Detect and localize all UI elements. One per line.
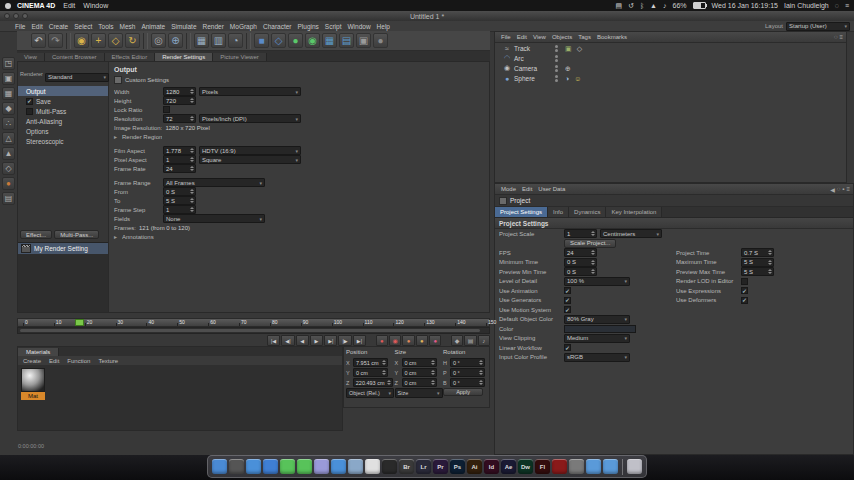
visibility-dots[interactable] xyxy=(555,65,558,72)
material-menu-create[interactable]: Create xyxy=(20,358,44,364)
keyboard-layout-icon[interactable]: ▤ xyxy=(615,2,622,9)
ghosting-icon[interactable]: ▤ xyxy=(464,335,476,346)
width-stepper[interactable] xyxy=(190,89,194,94)
size-y-field[interactable]: 0 cm xyxy=(402,368,437,377)
expand-arrow-icon[interactable]: ▸ xyxy=(114,133,119,140)
mac-menu-window[interactable]: Window xyxy=(83,2,108,9)
timeline-scroll-handle[interactable] xyxy=(20,329,480,332)
position-y-field[interactable]: 0 cm xyxy=(353,368,388,377)
size-mode-dropdown-dropdown[interactable]: Size▾ xyxy=(395,388,443,398)
fps-stepper[interactable] xyxy=(591,250,595,255)
height-field[interactable]: 720 xyxy=(163,96,196,105)
width-dropdown[interactable]: Pixels▾ xyxy=(199,87,301,96)
edges-mode-icon[interactable]: △ xyxy=(2,132,15,145)
workplane-mode-icon[interactable]: ◆ xyxy=(2,102,15,115)
prev-key-button[interactable]: ◀| xyxy=(281,335,294,346)
app-menu-character[interactable]: Character xyxy=(260,23,295,30)
facetime-icon[interactable] xyxy=(297,459,312,474)
render-picture-viewer-icon[interactable]: ▥ xyxy=(211,33,226,48)
target-tag-icon[interactable]: ⊕ xyxy=(565,65,571,72)
object-row-camera[interactable]: ◉Camera⊕ xyxy=(495,63,846,73)
flash-icon[interactable]: Fl xyxy=(535,459,550,474)
pixel-aspect-dropdown[interactable]: Square▾ xyxy=(199,155,301,164)
position-x-field[interactable]: 7.951 cm xyxy=(353,358,388,367)
app-menu-tools[interactable]: Tools xyxy=(95,23,116,30)
app-menu-edit[interactable]: Edit xyxy=(28,23,45,30)
position-x-stepper[interactable] xyxy=(382,360,386,365)
menubar-clock[interactable]: Wed 16 Jan 16:19:15 xyxy=(712,2,778,9)
next-key-button[interactable]: |▶ xyxy=(338,335,351,346)
add-spline-icon[interactable]: ◇ xyxy=(271,33,286,48)
renderer-dropdown[interactable]: Standard▾ xyxy=(45,73,109,82)
render-section-anti-aliasing[interactable]: Anti-Aliasing xyxy=(18,116,108,126)
use-generators-checkbox[interactable]: ✓ xyxy=(564,297,571,304)
render-section-save[interactable]: ✓Save xyxy=(18,96,108,106)
pixel-aspect-stepper[interactable] xyxy=(190,157,194,162)
fps-field[interactable]: 24 xyxy=(564,248,597,257)
layout-dropdown[interactable]: Startup (User)▾ xyxy=(786,22,850,31)
from-stepper[interactable] xyxy=(190,189,194,194)
after-effects-icon[interactable]: Ae xyxy=(501,459,516,474)
redo-icon[interactable]: ↷ xyxy=(48,33,63,48)
spotlight-icon[interactable]: ◌ xyxy=(835,2,839,9)
tab-content-browser[interactable]: Content Browser xyxy=(45,53,105,61)
position-y-stepper[interactable] xyxy=(382,370,386,375)
scale-project-button[interactable]: Scale Project... xyxy=(564,239,616,248)
attribute-menu-edit[interactable]: Edit xyxy=(519,186,535,192)
camera-toolbar-icon[interactable]: ● xyxy=(373,33,388,48)
visibility-dots[interactable] xyxy=(555,45,558,52)
timeline-scrollbar[interactable] xyxy=(17,327,490,334)
render-section-stereoscopic[interactable]: Stereoscopic xyxy=(18,136,108,146)
undo-icon[interactable]: ↶ xyxy=(31,33,46,48)
volume-icon[interactable]: ♪ xyxy=(663,2,667,9)
default-object-color-dropdown[interactable]: 80% Gray▾ xyxy=(564,315,630,324)
rotation-b-stepper[interactable] xyxy=(479,380,483,385)
wifi-icon[interactable]: ▲ xyxy=(650,2,657,9)
maximum-time-field[interactable]: 5 S xyxy=(741,258,774,267)
object-row-track[interactable]: ≈Track▣◇ xyxy=(495,43,846,53)
zoom-button[interactable] xyxy=(22,13,28,19)
illustrator-icon[interactable]: Ai xyxy=(467,459,482,474)
app-menu-file[interactable]: File xyxy=(12,23,28,30)
level-of-detail-dropdown[interactable]: 100 %▾ xyxy=(564,277,630,286)
lock-ratio-checkbox[interactable] xyxy=(163,106,170,113)
last-tool-icon[interactable]: ◎ xyxy=(151,33,166,48)
nav-back-icon[interactable]: ◀ xyxy=(830,186,835,193)
render-view-icon[interactable]: ▦ xyxy=(194,33,209,48)
close-button[interactable] xyxy=(4,13,10,19)
materials-tab[interactable]: Materials xyxy=(18,348,59,356)
polygons-mode-icon[interactable]: ▲ xyxy=(2,147,15,160)
attribute-tab-dynamics[interactable]: Dynamics xyxy=(569,207,606,217)
downloads-folder-icon[interactable] xyxy=(603,459,618,474)
material-menu-texture[interactable]: Texture xyxy=(95,358,121,364)
use-deformers-checkbox[interactable]: ✓ xyxy=(741,297,748,304)
make-editable-icon[interactable]: ◳ xyxy=(2,57,15,70)
tab-view[interactable]: View xyxy=(17,53,45,61)
lightroom-icon[interactable]: Lr xyxy=(416,459,431,474)
mograph-icon[interactable]: ● xyxy=(288,33,303,48)
mail-icon[interactable] xyxy=(263,459,278,474)
preview-min-time-stepper[interactable] xyxy=(591,269,595,274)
object-menu-bookmarks[interactable]: Bookmarks xyxy=(594,34,630,40)
documents-folder-icon[interactable] xyxy=(586,459,601,474)
record-scale-button[interactable]: ● xyxy=(416,335,428,346)
app-menu-animate[interactable]: Animate xyxy=(138,23,168,30)
key-interpolation-icon[interactable]: ◆ xyxy=(451,335,463,346)
xpresso-editor-icon[interactable]: ▣ xyxy=(356,33,371,48)
rotation-h-field[interactable]: 0 ° xyxy=(450,358,485,367)
tab-effects-editor[interactable]: Effects Editor xyxy=(105,53,156,61)
simulate-icon[interactable]: ◉ xyxy=(305,33,320,48)
app-store-icon[interactable] xyxy=(331,459,346,474)
attribute-menu-user-data[interactable]: User Data xyxy=(535,186,568,192)
record-keyframe-button[interactable]: ● xyxy=(376,335,388,346)
render-preset-item[interactable]: My Render Setting xyxy=(18,243,108,254)
object-menu-file[interactable]: File xyxy=(498,34,514,40)
app-menu-render[interactable]: Render xyxy=(200,23,227,30)
finder-icon[interactable] xyxy=(212,459,227,474)
filter-icon[interactable]: ≡ xyxy=(839,34,843,40)
bridge-icon[interactable]: Br xyxy=(399,459,414,474)
battery-percent[interactable]: 66% xyxy=(673,2,687,9)
size-z-field[interactable]: 0 cm xyxy=(402,378,437,387)
frame-step-stepper[interactable] xyxy=(190,207,194,212)
film-aspect-field[interactable]: 1.778 xyxy=(163,146,196,155)
